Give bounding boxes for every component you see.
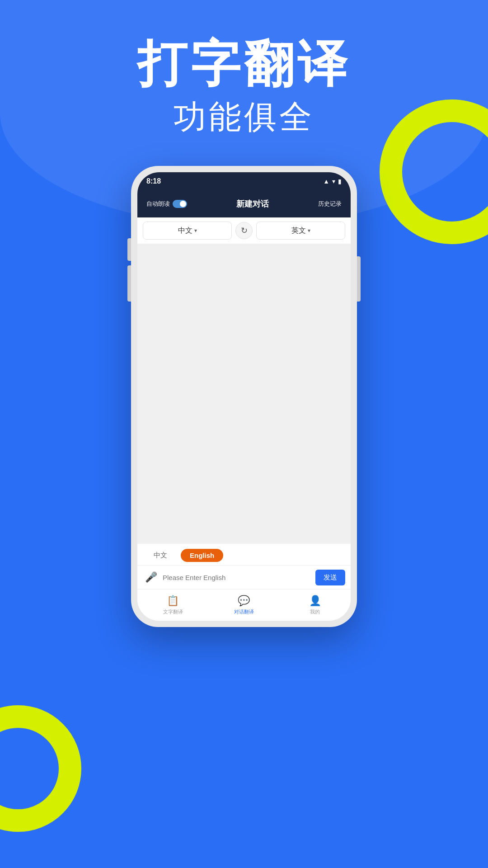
hero-title: 打字翻译: [0, 36, 488, 91]
lang-tab-chinese-label: 中文: [154, 551, 167, 559]
status-icons: ▲ ▾ ▮: [323, 178, 342, 185]
dialogue-translate-icon: 💬: [238, 595, 250, 607]
toggle-knob: [180, 201, 186, 207]
profile-icon: 👤: [309, 595, 321, 607]
nav-item-dialogue-translate[interactable]: 💬 对话翻译: [208, 595, 279, 615]
nav-label-dialogue-translate: 对话翻译: [234, 609, 254, 615]
lang-selector-bar: 中文 ▾ ↻ 英文 ▾: [137, 217, 351, 244]
source-lang-button[interactable]: 中文 ▾: [143, 222, 232, 240]
signal-icon: ▲: [323, 178, 329, 185]
text-translate-icon: 📋: [167, 595, 179, 607]
auto-read-toggle[interactable]: [173, 200, 187, 208]
app-header: 自动朗读 新建对话 历史记录: [137, 190, 351, 217]
phone-side-btn-power: [357, 256, 361, 302]
source-lang-chevron-icon: ▾: [194, 227, 197, 234]
swap-icon: ↻: [241, 226, 248, 236]
input-row: 🎤 发送: [137, 565, 351, 589]
mic-button[interactable]: 🎤: [143, 569, 159, 585]
status-time: 8:18: [146, 177, 161, 185]
send-button[interactable]: 发送: [315, 570, 345, 585]
app-title: 新建对话: [236, 198, 269, 209]
nav-item-text-translate[interactable]: 📋 文字翻译: [137, 595, 208, 615]
nav-label-text-translate: 文字翻译: [163, 609, 183, 615]
bottom-nav: 📋 文字翻译 💬 对话翻译 👤 我的: [137, 589, 351, 621]
phone-outer-shell: 8:18 ▲ ▾ ▮ 自动朗读 新建对话 历史记录: [131, 166, 357, 627]
phone-side-btn-vol-down: [127, 265, 131, 302]
mic-icon: 🎤: [145, 571, 157, 583]
chat-area: [137, 244, 351, 544]
bottom-input-area: 中文 English 🎤 发送 📋: [137, 544, 351, 621]
wifi-icon: ▾: [332, 178, 335, 185]
history-button[interactable]: 历史记录: [318, 200, 342, 208]
auto-read-toggle-area[interactable]: 自动朗读: [146, 200, 187, 208]
lang-tab-chinese[interactable]: 中文: [145, 548, 176, 562]
lang-tab-english[interactable]: English: [181, 549, 223, 562]
phone-side-btn-vol-up: [127, 238, 131, 261]
target-lang-chevron-icon: ▾: [308, 227, 310, 234]
phone-mockup: 8:18 ▲ ▾ ▮ 自动朗读 新建对话 历史记录: [0, 166, 488, 627]
circle-decoration-bottom: [0, 705, 81, 832]
auto-read-label-text: 自动朗读: [146, 200, 170, 208]
lang-tab-english-label: English: [190, 552, 214, 559]
phone-screen: 8:18 ▲ ▾ ▮ 自动朗读 新建对话 历史记录: [137, 172, 351, 621]
target-lang-label: 英文: [291, 226, 306, 236]
nav-label-profile: 我的: [310, 609, 320, 615]
source-lang-label: 中文: [178, 226, 192, 236]
hero-subtitle: 功能俱全: [0, 95, 488, 139]
input-lang-tabs: 中文 English: [137, 544, 351, 565]
message-input[interactable]: [163, 569, 312, 585]
status-bar: 8:18 ▲ ▾ ▮: [137, 172, 351, 190]
hero-section: 打字翻译 功能俱全: [0, 0, 488, 139]
swap-language-button[interactable]: ↻: [235, 222, 253, 239]
battery-icon: ▮: [338, 178, 342, 185]
target-lang-button[interactable]: 英文 ▾: [256, 222, 345, 240]
nav-item-profile[interactable]: 👤 我的: [280, 595, 351, 615]
